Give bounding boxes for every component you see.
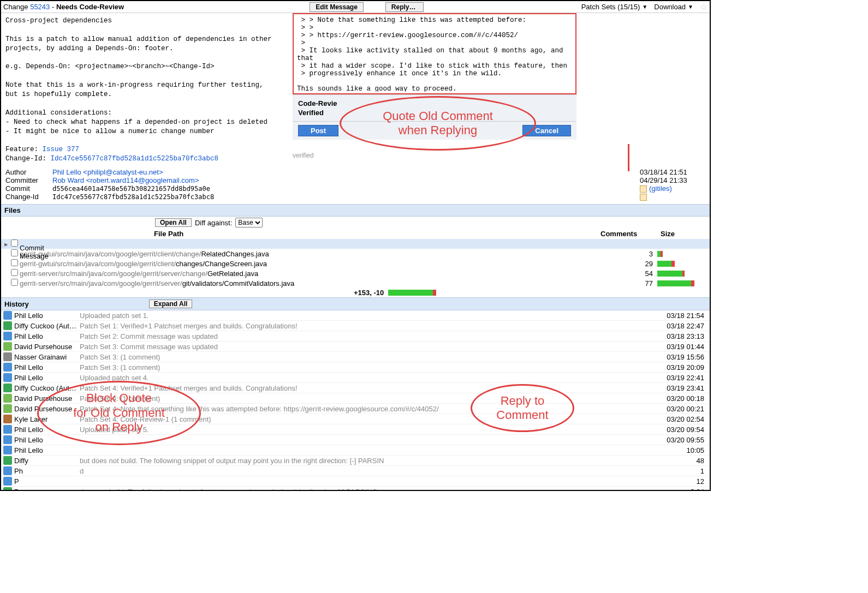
diff-against-select[interactable]: Base [235, 218, 263, 227]
reply-textarea[interactable] [294, 14, 575, 92]
history-row[interactable]: David PursehousePatch Set 4: (1 comment)… [1, 393, 710, 404]
history-row[interactable]: David PursehousePatch Set 4: Note that s… [1, 404, 710, 414]
history-date: 10:05 [653, 446, 708, 454]
file-size: 54 [625, 269, 657, 278]
change-label: Change [3, 3, 30, 11]
history-author: Phil Lello [14, 332, 80, 340]
history-date: 12 [653, 477, 708, 486]
history-author: D [14, 488, 80, 491]
verified-label: Verified [298, 109, 571, 117]
committer-link[interactable]: Rob Ward <robert.ward114@googlemail.com> [52, 176, 199, 184]
history-date: 48 [653, 457, 708, 465]
author-link[interactable]: Phil Lello <philipl@catalyst-eu.net> [52, 168, 163, 176]
history-author: Diffy [14, 457, 80, 465]
file-row[interactable]: gerrit-gwtui/src/main/java/com/google/ge… [1, 249, 710, 259]
file-checkbox[interactable] [11, 249, 18, 256]
history-message: Uploaded patch set 1. [80, 312, 653, 320]
history-message: Patch Set 3: (1 comment) [80, 363, 653, 372]
history-row[interactable]: Phil Lello03/20 09:55 [1, 435, 710, 445]
file-row[interactable]: ▸Commit Message [1, 239, 710, 249]
file-row[interactable]: gerrit-server/src/main/java/com/google/g… [1, 268, 710, 278]
history-author: Ph [14, 467, 80, 475]
avatar [3, 435, 12, 444]
edit-message-button[interactable]: Edit Message [310, 2, 364, 12]
star-icon[interactable]: ☆ [700, 2, 708, 12]
history-message: Patch Set 3: (1 comment) [80, 353, 653, 361]
history-author: David Pursehouse [14, 343, 80, 351]
file-checkbox[interactable] [11, 279, 18, 286]
avatar [3, 373, 12, 382]
avatar [3, 477, 12, 486]
changeid-link[interactable]: Idc47ce55677c87fbd528a1d1c5225ba70fc3abc… [51, 155, 219, 163]
file-path[interactable]: gerrit-gwtui/src/main/java/com/google/ge… [20, 260, 176, 268]
avatar [3, 446, 12, 454]
history-section-header: History Expand All [1, 297, 710, 310]
download-dropdown[interactable]: Download ▼ [654, 3, 693, 11]
history-row[interactable]: Nasser GrainawiPatch Set 3: (1 comment)0… [1, 352, 710, 362]
file-checkbox[interactable] [11, 269, 18, 276]
file-size: 77 [625, 279, 657, 287]
history-author: Nasser Grainawi [14, 353, 80, 361]
file-path[interactable]: gerrit-server/src/main/java/com/google/g… [20, 269, 207, 278]
gitiles-link[interactable]: (gitiles) [649, 184, 672, 193]
history-date: 03/19 22:41 [653, 374, 708, 382]
expand-all-button[interactable]: Expand All [149, 300, 193, 308]
copy-icon[interactable] [640, 194, 647, 201]
history-row[interactable]: Diffy Cuckoo (Aut…Patch Set 1: Verified+… [1, 321, 710, 331]
history-date: 03/18 22:47 [653, 322, 708, 330]
history-date: 03/19 15:56 [653, 353, 708, 361]
history-message: Patch Set 4: Code-Review-1 (1 comment) [80, 415, 653, 423]
history-message: Patch Set 3: Commit message was updated [80, 343, 653, 351]
file-path[interactable]: gerrit-gwtui/src/main/java/com/google/ge… [20, 250, 201, 258]
avatar [3, 487, 12, 491]
gitiles-icon[interactable] [640, 185, 647, 193]
history-row[interactable]: Phil LelloUploaded patch set 1.03/18 21:… [1, 310, 710, 321]
history-row[interactable]: Phil Lello10:05 [1, 445, 710, 456]
patch-sets-dropdown[interactable]: Patch Sets (15/15) ▼ [581, 3, 648, 11]
avatar [3, 352, 12, 361]
expand-arrow-icon[interactable]: ▸ [4, 240, 11, 248]
history-row[interactable]: Phil LelloPatch Set 2: Commit message wa… [1, 331, 710, 342]
file-path[interactable]: gerrit-server/src/main/java/com/google/g… [20, 279, 182, 287]
issue-link[interactable]: Issue 377 [43, 146, 80, 153]
history-message: Patch Set 2: Commit message was updated [80, 332, 653, 340]
history-row[interactable]: Phil LelloUploaded patch set 5.03/20 09:… [1, 424, 710, 435]
history-row[interactable]: Diffy Cuckoo (Aut…Patch Set 4: Verified+… [1, 383, 710, 393]
history-row[interactable]: P12 [1, 476, 710, 487]
avatar [3, 332, 12, 340]
avatar [3, 311, 12, 320]
avatar [3, 384, 12, 392]
file-row[interactable]: gerrit-gwtui/src/main/java/com/google/ge… [1, 259, 710, 268]
avatar [3, 342, 12, 351]
diff-against-label: Diff against: [195, 219, 232, 227]
post-button[interactable]: Post [298, 125, 338, 136]
history-row[interactable]: David PursehousePatch Set 3: Commit mess… [1, 342, 710, 352]
change-description: Cross-project dependencies This is a pat… [1, 13, 290, 167]
file-checkbox[interactable] [11, 259, 18, 266]
avatar [3, 321, 12, 330]
history-row[interactable]: Ddoes not build. The following snippet o… [1, 487, 710, 491]
chevron-down-icon: ▼ [688, 4, 693, 10]
avatar [3, 466, 12, 475]
history-row[interactable]: Phil LelloUploaded patch set 4.03/19 22:… [1, 373, 710, 383]
diff-bar [657, 241, 706, 247]
reply-button[interactable]: Reply… [385, 2, 424, 12]
history-date: 03/20 09:54 [653, 426, 708, 434]
file-checkbox[interactable] [11, 239, 18, 247]
history-row[interactable]: Kyle LakerPatch Set 4: Code-Review-1 (1 … [1, 414, 710, 424]
history-author: Phil Lello [14, 374, 80, 382]
avatar [3, 415, 12, 423]
history-message: but does not build. The following snippe… [80, 457, 653, 465]
change-number-link[interactable]: 55243 [30, 3, 50, 11]
file-row[interactable]: gerrit-server/src/main/java/com/google/g… [1, 278, 710, 288]
cancel-button[interactable]: Cancel [522, 125, 571, 136]
history-row[interactable]: Diffybut does not build. The following s… [1, 456, 710, 466]
open-all-button[interactable]: Open All [155, 218, 192, 227]
top-bar: Change 55243 - Needs Code-Review Edit Me… [1, 1, 710, 13]
history-row[interactable]: Phd1 [1, 466, 710, 476]
history-row[interactable]: Phil LelloPatch Set 3: (1 comment)03/19 … [1, 362, 710, 373]
file-size: 29 [625, 260, 657, 268]
history-date: 03/20 00:18 [653, 394, 708, 403]
history-date: 03/18 23:13 [653, 332, 708, 340]
avatar [3, 363, 12, 372]
